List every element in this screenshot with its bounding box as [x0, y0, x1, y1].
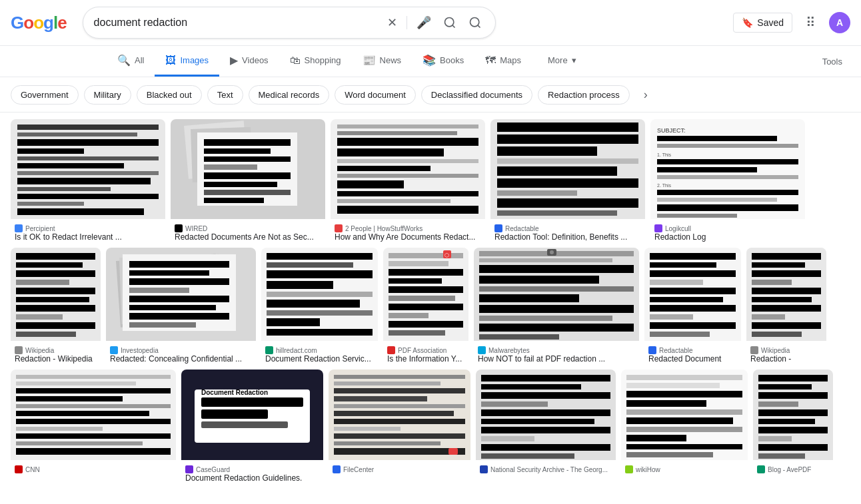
- svg-rect-194: [626, 417, 733, 424]
- filter-chip-text[interactable]: Text: [207, 85, 243, 105]
- svg-rect-37: [337, 180, 404, 188]
- filter-chip-government[interactable]: Government: [11, 85, 79, 105]
- search-input[interactable]: [94, 17, 379, 29]
- svg-rect-148: [16, 388, 171, 393]
- svg-rect-136: [752, 262, 805, 268]
- image-card-wikipedia-1[interactable]: Wikipedia Redaction - Wikipedia: [11, 248, 101, 364]
- svg-rect-137: [752, 270, 821, 277]
- svg-rect-13: [17, 187, 111, 191]
- svg-rect-132: [650, 322, 736, 329]
- svg-rect-12: [17, 178, 151, 184]
- image-card-malwarebytes[interactable]: Malwarebytes How NOT to fail at PDF reda…: [474, 248, 639, 364]
- image-card-redactable-tool[interactable]: Redactable Redaction Tool: Definition, B…: [490, 119, 645, 242]
- svg-rect-79: [129, 261, 229, 268]
- svg-rect-201: [758, 384, 812, 389]
- filter-declassified-label: Declassified documents: [431, 90, 522, 100]
- image-card-wikihow[interactable]: wikiHow: [621, 370, 748, 483]
- svg-rect-140: [752, 297, 812, 302]
- apps-icon[interactable]: ⠿: [800, 9, 821, 36]
- image-search-icon[interactable]: [440, 13, 459, 32]
- saved-button[interactable]: 🔖 Saved: [733, 13, 792, 33]
- svg-text:⬡: ⬡: [444, 252, 449, 258]
- svg-rect-176: [448, 448, 458, 455]
- tab-maps[interactable]: 🗺 Maps: [474, 47, 532, 77]
- svg-rect-67: [16, 270, 95, 277]
- svg-rect-36: [337, 174, 478, 178]
- tab-news[interactable]: 📰 News: [352, 46, 413, 77]
- svg-rect-126: [650, 270, 736, 277]
- title-howstuffworks: How and Why Are Documents Redact...: [335, 232, 481, 242]
- image-card-redactable-doc[interactable]: Redactable Redacted Document Ex...: [644, 248, 741, 364]
- source-logikcull: Logikcull: [665, 225, 691, 232]
- svg-rect-23: [204, 156, 291, 162]
- image-row-2: Wikipedia Redaction - Wikipedia: [11, 248, 850, 364]
- svg-rect-46: [497, 166, 617, 176]
- filter-chip-word-document[interactable]: Word document: [335, 85, 416, 105]
- tools-label: Tools: [822, 57, 842, 67]
- image-card-wired[interactable]: WIRED Redacted Documents Are Not as Sec.…: [171, 119, 325, 242]
- svg-rect-103: [389, 296, 455, 301]
- clear-icon[interactable]: ✕: [385, 13, 400, 33]
- svg-rect-94: [267, 310, 373, 316]
- filter-bar: Government Military Blacked out Text Med…: [0, 77, 861, 113]
- filter-chip-declassified[interactable]: Declassified documents: [421, 85, 532, 105]
- svg-rect-183: [481, 419, 594, 424]
- tab-videos[interactable]: ▶ Videos: [219, 46, 279, 77]
- voice-search-icon[interactable]: 🎤: [414, 13, 434, 33]
- source-wikihow: wikiHow: [636, 466, 660, 473]
- svg-rect-160: [201, 409, 268, 419]
- svg-rect-99: [389, 261, 448, 266]
- filter-medical-records-label: Medical records: [259, 90, 320, 100]
- svg-rect-182: [481, 409, 610, 416]
- title-pdf-association: Is the Information Y...: [387, 354, 464, 364]
- svg-rect-128: [650, 288, 736, 294]
- avatar[interactable]: A: [829, 12, 850, 33]
- image-card-nsa[interactable]: National Security Archive - The Georg...: [476, 370, 616, 483]
- google-logo[interactable]: Google: [11, 13, 67, 33]
- filter-next-arrow[interactable]: ›: [635, 84, 656, 105]
- svg-rect-58: [657, 175, 798, 179]
- svg-rect-153: [16, 427, 103, 431]
- image-card-pdf-association[interactable]: ⬡ PDF Association Is the Information Y..…: [383, 248, 468, 364]
- filter-chip-medical-records[interactable]: Medical records: [249, 85, 330, 105]
- svg-rect-28: [204, 198, 264, 203]
- header-right: 🔖 Saved ⠿ A: [733, 9, 850, 36]
- svg-rect-74: [16, 332, 76, 337]
- image-card-cnn[interactable]: CNN: [11, 370, 176, 483]
- source-percipient: Percipient: [25, 225, 55, 232]
- tab-images[interactable]: 🖼 Images: [155, 47, 219, 77]
- tab-books[interactable]: 📚 Books: [412, 46, 474, 77]
- image-card-wikipedia-2[interactable]: Wikipedia Redaction - Wikipe...: [746, 248, 826, 364]
- filter-chip-redaction-process[interactable]: Redaction process: [538, 85, 630, 105]
- svg-rect-116: [479, 294, 579, 302]
- svg-text:SUBJECT:: SUBJECT:: [657, 127, 686, 134]
- image-card-hillredact[interactable]: hillredact.com Document Redaction Servic…: [261, 248, 378, 364]
- svg-text:Document Redaction: Document Redaction: [201, 389, 268, 396]
- source-cnn: CNN: [25, 466, 40, 473]
- image-card-logikcull[interactable]: SUBJECT: 1. This 2. This Logikcull Redac…: [650, 119, 805, 242]
- svg-rect-85: [129, 313, 229, 320]
- title-redactable-doc: Redacted Document Ex...: [648, 354, 737, 364]
- svg-rect-112: [479, 258, 612, 262]
- tab-shopping[interactable]: 🛍 Shopping: [279, 47, 352, 77]
- svg-rect-62: [657, 204, 798, 211]
- image-card-percipient[interactable]: Percipient Is it OK to Redact Irrelevant…: [11, 119, 165, 242]
- filter-chip-military[interactable]: Military: [84, 85, 131, 105]
- tools-button[interactable]: Tools: [814, 51, 850, 72]
- image-card-investopedia[interactable]: Investopedia Redacted: Concealing Confid…: [106, 248, 256, 364]
- tab-more[interactable]: More ▾: [537, 47, 587, 75]
- filter-chip-blacked-out[interactable]: Blacked out: [137, 85, 202, 105]
- svg-rect-50: [497, 210, 617, 216]
- image-card-howstuffworks[interactable]: 2 People | HowStuffWorks How and Why Are…: [331, 119, 485, 242]
- tab-images-label: Images: [180, 55, 209, 65]
- svg-rect-104: [389, 304, 463, 310]
- svg-rect-44: [497, 146, 597, 156]
- image-card-avepdf[interactable]: Blog - AvePDF: [753, 370, 833, 483]
- svg-rect-130: [650, 305, 736, 312]
- image-card-caseguard[interactable]: Document Redaction Guidelines. CaseGuard…: [181, 370, 323, 483]
- svg-rect-10: [17, 163, 124, 168]
- google-search-icon[interactable]: [466, 13, 484, 32]
- image-card-filecenter[interactable]: FileCenter: [329, 370, 470, 483]
- svg-rect-27: [204, 190, 291, 195]
- tab-all[interactable]: 🔍 All: [107, 46, 155, 77]
